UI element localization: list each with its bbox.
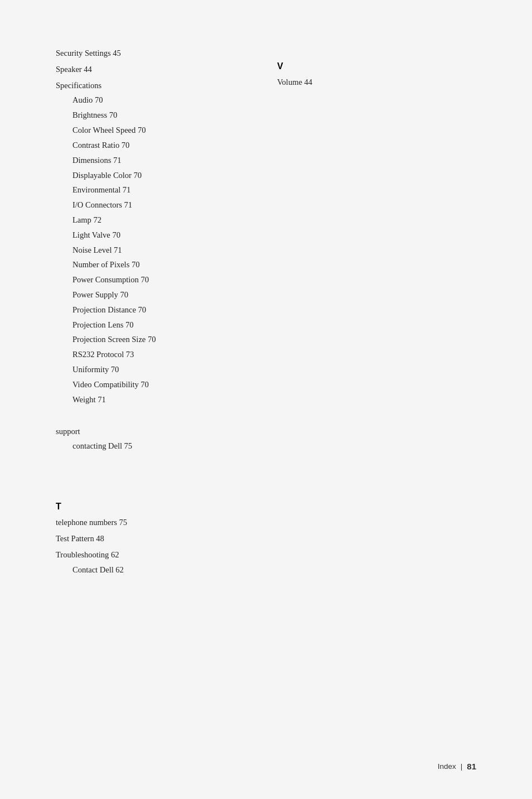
entry-security-settings: Security Settings 45 xyxy=(56,46,255,61)
entry-io-connectors: I/O Connectors 71 xyxy=(56,198,255,213)
content-area: Security Settings 45 Speaker 44 Specific… xyxy=(56,45,476,577)
entry-rs232-protocol: RS232 Protocol 73 xyxy=(56,347,255,362)
entry-contrast-ratio: Contrast Ratio 70 xyxy=(56,138,255,153)
entry-contacting-dell: contacting Dell 75 xyxy=(56,439,255,454)
entry-volume: Volume 44 xyxy=(277,75,476,90)
entry-number-of-pixels: Number of Pixels 70 xyxy=(56,257,255,272)
entry-color-wheel-speed: Color Wheel Speed 70 xyxy=(56,123,255,138)
entry-telephone-numbers: telephone numbers 75 xyxy=(56,515,255,530)
entry-audio: Audio 70 xyxy=(56,93,255,108)
entry-uniformity: Uniformity 70 xyxy=(56,362,255,377)
entry-dimensions: Dimensions 71 xyxy=(56,153,255,168)
entry-projection-lens: Projection Lens 70 xyxy=(56,317,255,333)
left-column: Security Settings 45 Speaker 44 Specific… xyxy=(56,45,255,577)
entry-light-valve: Light Valve 70 xyxy=(56,228,255,243)
entry-lamp: Lamp 72 xyxy=(56,213,255,228)
entry-weight: Weight 71 xyxy=(56,392,255,407)
entry-power-consumption: Power Consumption 70 xyxy=(56,272,255,287)
entry-projection-distance: Projection Distance 70 xyxy=(56,302,255,317)
footer-page-number: 81 xyxy=(467,762,476,771)
entry-brightness: Brightness 70 xyxy=(56,108,255,123)
entry-noise-level: Noise Level 71 xyxy=(56,243,255,258)
footer-separator: | xyxy=(461,762,463,771)
entry-speaker: Speaker 44 xyxy=(56,62,255,77)
entry-specifications: Specifications xyxy=(56,78,255,93)
footer-label: Index xyxy=(438,762,456,771)
entry-displayable-color: Displayable Color 70 xyxy=(56,168,255,183)
section-v-letter: V xyxy=(277,61,476,71)
entry-video-compatibility: Video Compatibility 70 xyxy=(56,377,255,392)
section-t-letter: T xyxy=(56,502,255,512)
footer: Index | 81 xyxy=(438,762,476,771)
entry-troubleshooting: Troubleshooting 62 xyxy=(56,547,255,562)
entry-support: support xyxy=(56,424,255,439)
entry-projection-screen-size: Projection Screen Size 70 xyxy=(56,332,255,347)
entry-test-pattern: Test Pattern 48 xyxy=(56,531,255,546)
entry-power-supply: Power Supply 70 xyxy=(56,287,255,302)
entry-contact-dell: Contact Dell 62 xyxy=(56,562,255,577)
page: Security Settings 45 Speaker 44 Specific… xyxy=(0,0,532,799)
entry-environmental: Environmental 71 xyxy=(56,182,255,198)
right-column: V Volume 44 xyxy=(277,45,476,577)
